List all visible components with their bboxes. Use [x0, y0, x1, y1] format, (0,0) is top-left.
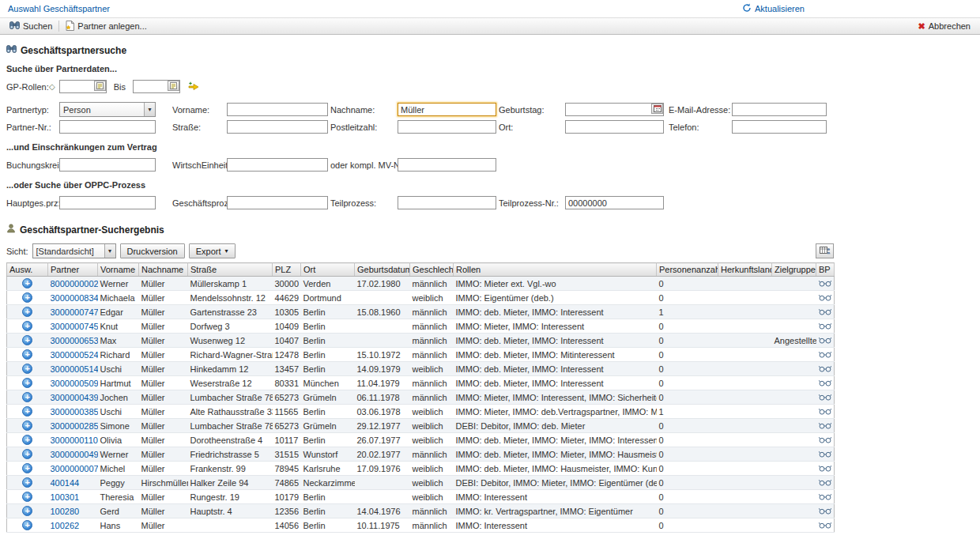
create-partner-button[interactable]: Partner anlegen...: [61, 18, 151, 34]
partner-link[interactable]: 3000000524: [51, 350, 98, 360]
buchungskreis-input[interactable]: [59, 158, 156, 172]
column-header-11[interactable]: Herkunftsland: [718, 263, 772, 277]
partner-nr-input[interactable]: [59, 120, 156, 134]
partner-link[interactable]: 3000000747: [51, 307, 98, 317]
bp-glasses-icon[interactable]: [816, 419, 835, 433]
column-header-5[interactable]: PLZ: [273, 263, 301, 277]
partner-link[interactable]: 3000000439: [51, 393, 98, 402]
column-header-6[interactable]: Ort: [301, 263, 355, 277]
cancel-button[interactable]: ✖ Abbrechen: [914, 18, 975, 34]
partner-link[interactable]: 3000000514: [51, 364, 98, 374]
column-header-2[interactable]: Vorname: [98, 263, 139, 277]
gp-rollen-to-valuehelp-button[interactable]: [168, 81, 179, 91]
select-partner-icon[interactable]: +: [22, 520, 32, 530]
select-partner-icon[interactable]: +: [22, 492, 32, 502]
geschaeftsproz-input[interactable]: [227, 196, 328, 209]
select-partner-icon[interactable]: +: [22, 406, 32, 417]
search-button[interactable]: Suchen: [5, 18, 57, 34]
bp-glasses-icon[interactable]: [816, 476, 835, 490]
select-partner-icon[interactable]: +: [22, 449, 32, 459]
bp-glasses-icon[interactable]: [816, 334, 835, 348]
gp-rollen-from-valuehelp-button[interactable]: [94, 81, 106, 91]
partner-link[interactable]: 100301: [51, 492, 80, 502]
bp-glasses-icon[interactable]: [816, 433, 835, 447]
view-select[interactable]: [Standardsicht] ▾: [32, 243, 116, 258]
bp-glasses-icon[interactable]: [816, 504, 835, 518]
select-partner-icon[interactable]: +: [22, 292, 32, 303]
bp-glasses-icon[interactable]: [816, 447, 835, 462]
refresh-button[interactable]: Aktualisieren: [742, 3, 805, 14]
telefon-input[interactable]: [732, 120, 827, 134]
teilprozess-nr-input[interactable]: [565, 196, 664, 209]
select-partner-icon[interactable]: +: [22, 463, 32, 473]
wirtsch-einheit-input[interactable]: [227, 158, 328, 172]
bp-glasses-icon[interactable]: [816, 462, 835, 476]
select-partner-icon[interactable]: +: [22, 506, 32, 516]
select-partner-icon[interactable]: +: [22, 435, 32, 445]
teilprozess-input[interactable]: [398, 196, 496, 209]
refresh-icon: [742, 3, 752, 14]
export-button[interactable]: Export ▾: [189, 243, 236, 258]
partner-link[interactable]: 3000000834: [51, 293, 98, 303]
partner-link[interactable]: 3000000285: [51, 421, 98, 431]
geburtstag-input[interactable]: [565, 103, 664, 116]
partner-link[interactable]: 3000000745: [51, 322, 98, 331]
email-input[interactable]: [732, 103, 827, 116]
bp-glasses-icon[interactable]: [816, 390, 835, 405]
partner-link[interactable]: 8000000002: [51, 279, 98, 288]
column-header-4[interactable]: Straße: [188, 263, 273, 277]
select-partner-icon[interactable]: +: [22, 349, 32, 360]
breadcrumb[interactable]: Auswahl Geschäftspartner: [8, 4, 110, 13]
column-header-3[interactable]: Nachname: [139, 263, 188, 277]
partner-link[interactable]: 3000000049: [51, 450, 98, 459]
column-header-10[interactable]: Personenanzahl: [657, 263, 718, 277]
print-version-button[interactable]: Druckversion: [120, 243, 185, 258]
vorname-input[interactable]: [227, 103, 328, 116]
partner-link[interactable]: 3000000385: [51, 407, 98, 417]
select-partner-icon[interactable]: +: [22, 364, 32, 374]
postleitzahl-input[interactable]: [398, 120, 496, 134]
select-partner-icon[interactable]: +: [22, 392, 32, 402]
table-settings-button[interactable]: [816, 243, 834, 258]
partner-link[interactable]: 100280: [51, 507, 80, 516]
date-picker-button[interactable]: [651, 104, 663, 114]
select-partner-icon[interactable]: +: [22, 420, 32, 431]
bp-glasses-icon[interactable]: [816, 490, 835, 504]
column-header-7[interactable]: Geburtsdatum: [355, 263, 410, 277]
select-partner-icon[interactable]: +: [22, 321, 32, 331]
strasse-input[interactable]: [227, 120, 328, 134]
partner-link[interactable]: 3000000007: [51, 464, 98, 473]
bp-glasses-icon[interactable]: [816, 277, 835, 291]
column-header-0[interactable]: Ausw.: [7, 263, 48, 277]
select-partner-icon[interactable]: +: [22, 278, 32, 288]
bp-glasses-icon[interactable]: [816, 348, 835, 362]
bp-glasses-icon[interactable]: [816, 362, 835, 376]
ort-input[interactable]: [565, 120, 664, 134]
hauptgesprz-input[interactable]: [59, 196, 156, 209]
column-header-12[interactable]: Zielgruppe: [772, 263, 816, 277]
select-partner-icon[interactable]: +: [22, 477, 32, 488]
partner-link[interactable]: 3000000110: [51, 435, 98, 445]
bp-glasses-icon[interactable]: [816, 405, 835, 419]
partner-link[interactable]: 400144: [51, 478, 80, 488]
column-header-1[interactable]: Partner: [48, 263, 98, 277]
multiple-selection-icon[interactable]: [188, 81, 199, 92]
partner-link[interactable]: 3000000653: [51, 336, 98, 345]
column-header-8[interactable]: Geschlecht: [410, 263, 454, 277]
column-header-9[interactable]: Rollen: [454, 263, 657, 277]
bp-glasses-icon[interactable]: [816, 518, 835, 533]
column-header-13[interactable]: BP: [816, 263, 835, 277]
mv-nr-input[interactable]: [398, 158, 496, 172]
select-partner-icon[interactable]: +: [22, 378, 32, 388]
bp-glasses-icon[interactable]: [816, 291, 835, 305]
partner-link[interactable]: 100262: [51, 521, 80, 530]
nachname-input[interactable]: [398, 103, 496, 116]
bp-glasses-icon[interactable]: [816, 319, 835, 334]
partnertyp-select[interactable]: Person ▾: [59, 102, 156, 117]
bp-glasses-icon[interactable]: [816, 376, 835, 390]
select-partner-icon[interactable]: +: [22, 335, 32, 345]
select-partner-icon[interactable]: +: [22, 307, 32, 317]
cell-ausw: +: [7, 405, 48, 419]
partner-link[interactable]: 3000000509: [51, 379, 98, 388]
bp-glasses-icon[interactable]: [816, 305, 835, 319]
